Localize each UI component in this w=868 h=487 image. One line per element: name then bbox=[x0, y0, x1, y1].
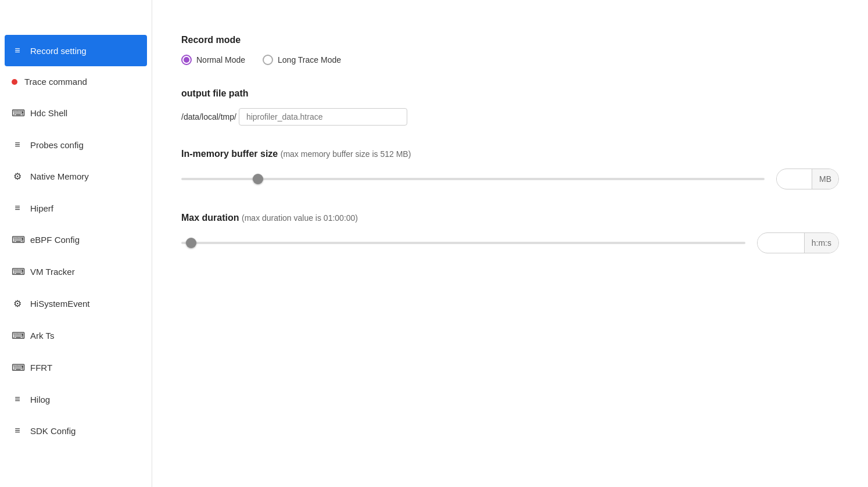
sidebar-item-label: SDK Config bbox=[30, 426, 76, 436]
long-trace-mode-radio[interactable] bbox=[263, 55, 273, 65]
sidebar: ≡ Record setting Trace command ⌨ Hdc She… bbox=[0, 0, 152, 487]
sidebar-item-label: Hdc Shell bbox=[30, 108, 67, 118]
filter2-icon: ≡ bbox=[12, 203, 23, 213]
path-input[interactable] bbox=[239, 108, 407, 126]
sdk-icon: ≡ bbox=[12, 425, 23, 436]
output-file-path-title: output file path bbox=[181, 88, 839, 99]
sidebar-item-label: Trace command bbox=[24, 77, 87, 87]
output-file-path-section: output file path /data/local/tmp/ bbox=[181, 88, 839, 126]
buffer-size-value-box: 64 MB bbox=[776, 169, 839, 189]
max-duration-slider[interactable] bbox=[181, 242, 745, 244]
sidebar-item-label: Hilog bbox=[30, 395, 50, 404]
normal-mode-label: Normal Mode bbox=[196, 55, 245, 65]
sidebar-item-sdk-config[interactable]: ≡ SDK Config bbox=[0, 415, 152, 446]
bolt-icon: ⌨ bbox=[12, 362, 23, 373]
record-mode-section: Record mode Normal Mode Long Trace Mode bbox=[181, 35, 839, 65]
max-duration-slider-row: 00:00:30 h:m:s bbox=[181, 232, 839, 253]
max-duration-value-box: 00:00:30 h:m:s bbox=[757, 232, 839, 253]
sidebar-item-label: Native Memory bbox=[30, 171, 89, 181]
max-duration-unit: h:m:s bbox=[804, 233, 838, 253]
max-duration-subtitle: (max duration value is 01:00:00) bbox=[242, 213, 358, 223]
sidebar-item-label: Probes config bbox=[30, 140, 84, 150]
sidebar-item-hisystemevent[interactable]: ⚙ HiSystemEvent bbox=[0, 288, 152, 320]
max-duration-section: Max duration (max duration value is 01:0… bbox=[181, 213, 839, 253]
buffer-size-title: In-memory buffer size (max memory buffer… bbox=[181, 149, 839, 159]
main-content: Record mode Normal Mode Long Trace Mode … bbox=[152, 0, 868, 487]
buffer-size-slider-row: 64 MB bbox=[181, 169, 839, 189]
sidebar-item-label: FFRT bbox=[30, 363, 52, 373]
long-trace-mode-label: Long Trace Mode bbox=[278, 55, 341, 65]
sidebar-item-trace-command[interactable]: Trace command bbox=[0, 66, 152, 97]
sidebar-item-label: Ark Ts bbox=[30, 331, 54, 341]
sidebar-item-label: VM Tracker bbox=[30, 267, 75, 277]
record-mode-title: Record mode bbox=[181, 35, 839, 45]
buffer-size-slider[interactable] bbox=[181, 178, 765, 180]
sidebar-item-vm-tracker[interactable]: ⌨ VM Tracker bbox=[0, 256, 152, 288]
gear-icon: ⚙ bbox=[12, 171, 23, 182]
sidebar-item-hdc-shell[interactable]: ⌨ Hdc Shell bbox=[0, 97, 152, 129]
buffer-size-value-input[interactable]: 64 bbox=[777, 174, 812, 184]
sidebar-item-record-setting[interactable]: ≡ Record setting bbox=[5, 35, 147, 66]
sidebar-item-label: Hiperf bbox=[30, 203, 53, 213]
sidebar-item-ark-ts[interactable]: ⌨ Ark Ts bbox=[0, 320, 152, 352]
sidebar-item-label: Record setting bbox=[30, 46, 87, 56]
path-prefix: /data/local/tmp/ bbox=[181, 112, 236, 121]
sidebar-item-label: eBPF Config bbox=[30, 235, 80, 245]
path-row: /data/local/tmp/ bbox=[181, 108, 839, 126]
long-trace-mode-option[interactable]: Long Trace Mode bbox=[263, 55, 341, 65]
display-icon: ⌨ bbox=[12, 266, 23, 277]
buffer-size-section: In-memory buffer size (max memory buffer… bbox=[181, 149, 839, 189]
sidebar-item-label: HiSystemEvent bbox=[30, 299, 90, 309]
log-icon: ≡ bbox=[12, 394, 23, 404]
sidebar-item-hiperf[interactable]: ≡ Hiperf bbox=[0, 192, 152, 224]
terminal-icon: ⌨ bbox=[12, 108, 23, 119]
sidebar-item-hilog[interactable]: ≡ Hilog bbox=[0, 384, 152, 415]
code-icon: ⌨ bbox=[12, 330, 23, 341]
buffer-size-unit: MB bbox=[812, 169, 838, 189]
normal-mode-option[interactable]: Normal Mode bbox=[181, 55, 245, 65]
keyboard-icon: ⌨ bbox=[12, 234, 23, 245]
sidebar-item-probes-config[interactable]: ≡ Probes config bbox=[0, 129, 152, 160]
sidebar-item-ebpf-config[interactable]: ⌨ eBPF Config bbox=[0, 224, 152, 256]
dot-icon bbox=[12, 79, 17, 85]
buffer-size-subtitle: (max memory buffer size is 512 MB) bbox=[281, 149, 411, 159]
normal-mode-radio[interactable] bbox=[181, 55, 192, 65]
max-duration-title: Max duration (max duration value is 01:0… bbox=[181, 213, 839, 223]
record-mode-options: Normal Mode Long Trace Mode bbox=[181, 55, 839, 65]
max-duration-value-input[interactable]: 00:00:30 bbox=[758, 238, 804, 248]
sidebar-item-native-memory[interactable]: ⚙ Native Memory bbox=[0, 160, 152, 192]
filter-icon: ≡ bbox=[12, 139, 23, 150]
menu-icon: ≡ bbox=[12, 45, 23, 56]
settings-icon: ⚙ bbox=[12, 298, 23, 309]
sidebar-item-ffrt[interactable]: ⌨ FFRT bbox=[0, 352, 152, 384]
